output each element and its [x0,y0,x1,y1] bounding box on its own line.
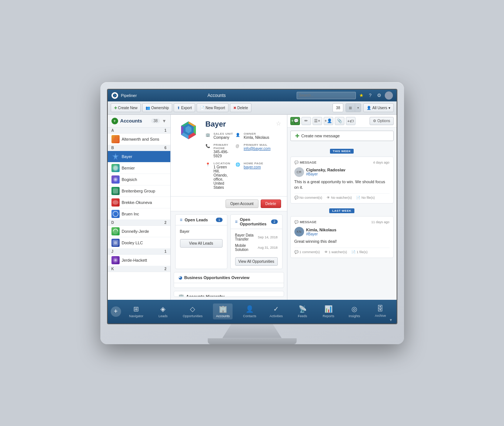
add-activity-button[interactable]: +💬 [290,117,300,125]
account-logo-large [177,120,200,144]
account-name: Breitenberg Group [122,189,167,193]
list-item[interactable]: Brekke-Okuneva [108,197,170,208]
account-logo [111,239,120,247]
files-count: 📄 1 file(s) [351,250,368,254]
open-opps-title: Open Opportunities [240,217,269,226]
account-logo [111,135,120,143]
nav-item-archive[interactable]: 🗄 Archive [371,303,390,319]
account-logo [111,187,120,195]
message-body: This is a great opportunity to win. We s… [294,179,390,191]
list-item[interactable]: Bogisich [108,174,170,185]
star-icon[interactable]: ★ [358,92,365,99]
author-tag[interactable]: #Bayer [306,232,337,236]
edit-button[interactable]: ✏ [301,117,311,125]
toolbar-right: 38 ⊞ ▾ 👤 All Users ▾ [333,103,393,112]
add-account-button[interactable]: + [111,118,118,124]
create-message-button[interactable]: ✚ Create new message [290,131,394,141]
group-header-j: J1 [108,249,170,255]
list-item[interactable]: Breitenberg Group [108,185,170,197]
view-all-opps-button[interactable]: View All Opportunities [235,257,278,266]
count-badge: 38 [333,103,343,112]
toolbar: ✚ Create New 👥 Ownership ⬆ Export 📄 New … [108,101,397,115]
tag-button[interactable]: +🏷 [346,117,356,125]
view-toggle-arrow[interactable]: ▾ [355,104,361,112]
open-account-button[interactable]: Open Account [226,199,258,208]
new-report-button[interactable]: 📄 New Report [197,103,228,112]
account-logo [111,164,120,172]
titlebar-search-input[interactable] [297,92,356,99]
grid-view-button[interactable]: ⊞ [346,104,355,112]
group-header-k: K2 [108,266,170,272]
business-overview-title: Business Opportunities Overview [184,275,279,280]
watchers-count: 👁 1 watcher(s) [324,250,347,254]
email-detail: @ PRIMARY MAIL info@bayer.com [236,143,270,160]
account-name: Bayer [122,154,167,159]
list-button[interactable]: ☰+ [313,117,322,125]
left-panel-title: Accounts [120,118,151,124]
opps-icon: ≡ [235,219,238,224]
nav-item-navigator[interactable]: ⊞ Navigator [126,303,147,319]
author-tag[interactable]: #Bayer [306,172,346,176]
delete-account-button[interactable]: Delete [261,199,281,208]
left-panel-header: + Accounts 38 ▼ [108,115,170,128]
svg-point-15 [115,259,116,261]
create-new-button[interactable]: ✚ Create New [111,103,141,112]
nav-item-opportunities[interactable]: ◇ Opportunities [180,303,206,319]
list-item[interactable]: Dooley LLC [108,237,170,249]
titlebar-right: ★ ? ⚙ [297,91,393,100]
leads-icon: ≡ [180,217,183,222]
list-item[interactable]: Altenwerth and Sons [108,134,170,145]
account-logo [111,256,120,264]
avatar: CR [294,167,304,177]
list-item[interactable]: Bayer [108,151,170,162]
filter-icon[interactable]: ▼ [162,118,167,124]
open-leads-card: ≡ Open Leads 1 Bayer View All Leads [175,214,227,269]
nav-item-feeds[interactable]: 📡 Feeds [293,303,312,319]
view-all-leads-button[interactable]: View All Leads [180,239,223,248]
app-name: Pipeliner [121,93,137,98]
location-detail: 📍 LOCATION 1 Green Hill, Orlando, office… [206,162,234,191]
feeds-nav-icon: 📡 [298,305,307,313]
nav-item-accounts[interactable]: 🏢 Accounts [213,303,233,319]
hierarchy-header: 🏢 Accounts Hierarchy [174,291,284,296]
settings-icon[interactable]: ⚙ [376,92,383,99]
favorite-icon[interactable]: ☆ [276,120,281,127]
contacts-nav-icon: 👤 [246,305,254,313]
avatar [385,91,393,100]
nav-item-reports[interactable]: 📊 Reports [319,303,338,319]
phone-detail: 📞 PRIMARY PHONE 345-496-5929 [206,143,234,160]
ownership-button[interactable]: 👥 Ownership [142,103,172,112]
plus-circle-icon: ✚ [295,133,300,139]
users-dropdown[interactable]: 👤 All Users ▾ [363,103,393,112]
help-icon[interactable]: ? [367,92,374,99]
hierarchy-title: Accounts Hierarchy [186,294,279,296]
message-time: 4 days ago [373,161,389,164]
accounts-hierarchy-card: 🏢 Accounts Hierarchy PARENT ACCOUNT [174,291,284,296]
delete-button[interactable]: ✖ Delete [230,103,251,112]
attachment-button[interactable]: 📎 [335,117,344,125]
titlebar: Pipeliner Accounts ★ ? ⚙ [108,90,397,101]
options-button[interactable]: ⚙ Options [370,117,393,125]
lead-item: Bayer [180,228,223,235]
nav-item-activities[interactable]: ✓ Activities [267,303,286,319]
opps-nav-icon: ◇ [190,305,195,313]
monitor-stand [223,324,282,338]
plus-icon: ✚ [114,106,117,110]
view-toggle: ⊞ ▾ [346,103,361,112]
nav-item-insights[interactable]: ◎ Insights [345,303,364,319]
list-item[interactable]: Donnelly-Jerde [108,226,170,237]
nav-add-button[interactable]: + [111,306,121,317]
contact-button[interactable]: +👤 [324,117,333,125]
export-button[interactable]: ⬆ Export [174,103,195,112]
monitor-base [208,338,297,344]
monitor: Pipeliner Accounts ★ ? ⚙ ✚ Create New 👥 … [100,82,404,344]
nav-item-contacts[interactable]: 👤 Contacts [240,303,259,319]
account-name: Bernier [122,166,167,170]
nav-expand-icon[interactable]: ▼ [389,318,393,322]
reports-nav-icon: 📊 [324,305,333,313]
list-item[interactable]: Bernier [108,162,170,174]
list-item[interactable]: Jerde-Hackett [108,255,170,266]
nav-item-leads[interactable]: ◈ Leads [154,303,172,319]
list-item[interactable]: Bruen Inc [108,208,170,220]
email-icon: @ [236,143,241,148]
